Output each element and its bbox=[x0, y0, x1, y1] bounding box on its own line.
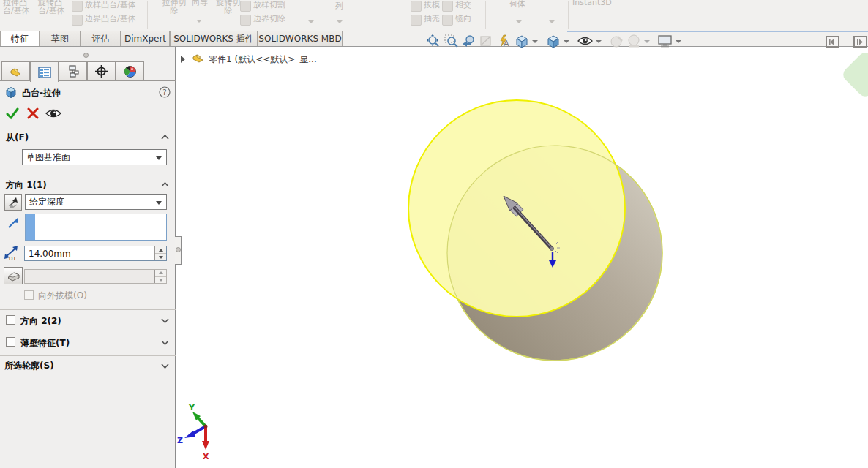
task-pane-hint[interactable] bbox=[840, 50, 868, 99]
expand-right-pane-button[interactable] bbox=[853, 36, 867, 48]
tab-property-manager[interactable] bbox=[30, 61, 59, 82]
revolved-boss-button[interactable]: 旋转凸 台/基体 bbox=[38, 0, 70, 15]
hole-wizard-dropdown-icon[interactable] bbox=[196, 20, 202, 23]
boundary-cut-button[interactable]: 边界切除 bbox=[253, 15, 285, 23]
direction-reference-selection-box[interactable] bbox=[25, 214, 167, 241]
fillet-dropdown-icon[interactable] bbox=[308, 20, 314, 23]
tab-solidworks-mbd[interactable]: SOLIDWORKS MBD bbox=[258, 31, 343, 46]
direction2-checkbox[interactable] bbox=[6, 315, 15, 325]
tab-configuration-manager[interactable] bbox=[59, 61, 87, 81]
revolved-cut-button[interactable]: 旋转切 除 bbox=[214, 0, 243, 15]
display-style-dropdown-icon[interactable] bbox=[564, 40, 569, 43]
lofted-boss-icon[interactable] bbox=[72, 1, 83, 12]
lofted-cut-button[interactable]: 放样切割 bbox=[253, 1, 285, 9]
intersect-button[interactable]: 相交 bbox=[455, 1, 471, 9]
from-condition-select[interactable]: 草图基准面 bbox=[22, 149, 167, 165]
panel-splitter-handle[interactable] bbox=[83, 53, 89, 58]
view-orientation-dropdown-icon[interactable] bbox=[532, 40, 538, 43]
divider bbox=[0, 355, 176, 356]
ribbon-separator bbox=[485, 1, 486, 29]
expand-chevron-icon[interactable] bbox=[160, 317, 170, 324]
thin-feature-section-label[interactable]: 薄壁特征(T) bbox=[20, 337, 70, 350]
draft-on-off-button[interactable] bbox=[4, 267, 23, 284]
hide-show-items-icon[interactable] bbox=[577, 34, 594, 49]
expand-chevron-icon[interactable] bbox=[160, 339, 170, 346]
edit-appearance-icon[interactable] bbox=[609, 34, 624, 49]
direction2-section-label[interactable]: 方向 2(2) bbox=[20, 315, 61, 328]
tab-dimxpert[interactable]: DimXpert bbox=[121, 31, 170, 46]
pattern-dropdown-icon[interactable] bbox=[337, 20, 343, 23]
svg-text:D1: D1 bbox=[9, 256, 16, 261]
flyout-tree-expand-icon[interactable] bbox=[181, 56, 185, 63]
view-settings-dropdown-icon[interactable] bbox=[676, 40, 681, 43]
panel-edge-splitter[interactable] bbox=[175, 236, 182, 265]
tab-features[interactable]: 特征 bbox=[0, 31, 40, 46]
extruded-cut-button[interactable]: 拉伸切 除 bbox=[160, 0, 189, 15]
tab-evaluate[interactable]: 评估 bbox=[81, 31, 121, 46]
display-style-icon[interactable] bbox=[545, 34, 561, 49]
collapse-chevron-icon[interactable] bbox=[160, 181, 170, 188]
reference-geometry-dropdown-icon[interactable] bbox=[516, 20, 522, 23]
spin-down-icon[interactable] bbox=[155, 254, 166, 260]
tab-sketch[interactable]: 草图 bbox=[40, 31, 81, 46]
boundary-cut-icon[interactable] bbox=[240, 15, 251, 26]
tab-display-manager[interactable] bbox=[116, 61, 144, 81]
shell-icon[interactable] bbox=[411, 15, 422, 26]
tab-solidworks-addins[interactable]: SOLIDWORKS 插件 bbox=[170, 31, 258, 46]
view-settings-icon[interactable] bbox=[657, 34, 673, 49]
thin-feature-checkbox[interactable] bbox=[6, 337, 15, 347]
collapse-left-pane-button[interactable] bbox=[826, 36, 839, 48]
boundary-boss-button[interactable]: 边界凸台/基体 bbox=[85, 15, 136, 23]
apply-scene-dropdown-icon[interactable] bbox=[644, 40, 650, 43]
property-manager-icon bbox=[38, 67, 51, 78]
feature-tree-icon bbox=[9, 65, 23, 78]
from-section-label[interactable]: 从(F) bbox=[6, 132, 29, 144]
tab-dimxpert-manager[interactable] bbox=[87, 61, 116, 81]
zoom-to-area-icon[interactable] bbox=[444, 34, 459, 49]
previous-view-icon[interactable] bbox=[461, 34, 476, 49]
direction1-section-label[interactable]: 方向 1(1) bbox=[6, 179, 47, 192]
extruded-boss-button[interactable]: 拉伸凸 台/基体 bbox=[3, 0, 35, 15]
annotation-views-icon[interactable]: A bbox=[496, 34, 512, 49]
mirror-button[interactable]: 镜向 bbox=[455, 15, 471, 23]
cancel-button[interactable] bbox=[27, 107, 39, 119]
flyout-part-name[interactable]: 零件1 (默认<<默认>_显... bbox=[209, 53, 317, 66]
help-icon[interactable]: ? bbox=[159, 86, 171, 98]
selected-contours-section-label[interactable]: 所选轮廓(S) bbox=[4, 360, 54, 372]
boundary-boss-icon[interactable] bbox=[72, 15, 83, 26]
lofted-cut-icon[interactable] bbox=[240, 1, 251, 12]
display-manager-icon bbox=[124, 65, 137, 78]
model-extrude-preview[interactable] bbox=[351, 80, 681, 373]
section-view-icon[interactable] bbox=[479, 34, 494, 49]
draft-wedge-icon bbox=[6, 269, 20, 282]
apply-scene-icon[interactable] bbox=[626, 34, 642, 49]
detailed-preview-button[interactable] bbox=[45, 107, 62, 119]
tab-feature-manager-tree[interactable] bbox=[1, 61, 30, 81]
depth-spinner[interactable] bbox=[154, 246, 166, 260]
reverse-direction-button[interactable] bbox=[4, 194, 22, 211]
view-orientation-icon[interactable] bbox=[514, 34, 530, 49]
intersect-icon[interactable] bbox=[442, 1, 453, 12]
depth-input[interactable]: 14.00mm bbox=[24, 246, 167, 261]
reference-geometry-button[interactable]: 何体 bbox=[509, 0, 525, 8]
direction-reference-icon bbox=[7, 216, 20, 230]
document-edge-line bbox=[567, 31, 868, 32]
collapse-chevron-icon[interactable] bbox=[160, 134, 170, 140]
part-icon bbox=[191, 51, 206, 64]
instant3d-button[interactable]: Instant3D bbox=[572, 0, 612, 7]
mirror-icon[interactable] bbox=[442, 15, 453, 26]
shell-button[interactable]: 抽壳 bbox=[424, 15, 440, 23]
linear-pattern-button[interactable]: 列 bbox=[335, 2, 343, 10]
spin-up-icon[interactable] bbox=[155, 246, 166, 254]
hide-show-dropdown-icon[interactable] bbox=[596, 40, 602, 43]
lofted-boss-button[interactable]: 放样凸台/基体 bbox=[85, 1, 136, 9]
curves-dropdown-icon[interactable] bbox=[549, 20, 555, 23]
draft-button[interactable]: 拔模 bbox=[424, 1, 440, 9]
expand-chevron-icon[interactable] bbox=[160, 363, 170, 369]
end-condition-select[interactable]: 给定深度 bbox=[25, 194, 167, 210]
draft-icon[interactable] bbox=[411, 1, 422, 12]
boss-extrude-icon bbox=[4, 86, 18, 99]
ok-button[interactable] bbox=[6, 107, 19, 120]
hole-wizard-button[interactable]: 向导 bbox=[192, 0, 208, 7]
zoom-to-fit-icon[interactable] bbox=[426, 34, 441, 49]
